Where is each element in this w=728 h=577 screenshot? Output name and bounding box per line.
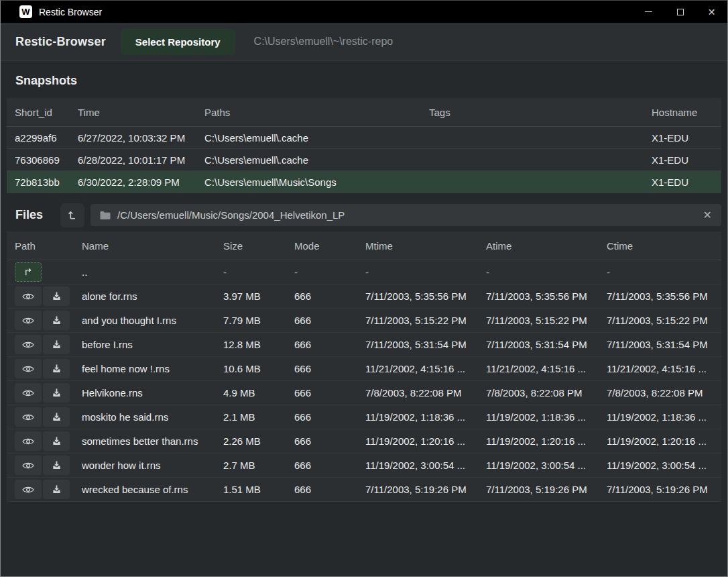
files-table: Path Name Size Mode Mtime Atime Ctime [7, 231, 721, 502]
column-header-atime: Atime [486, 240, 607, 252]
clear-path-button[interactable]: ✕ [703, 210, 712, 221]
file-mtime: 11/21/2002, 4:15:16 ... [365, 363, 486, 374]
restore-file-button[interactable] [43, 383, 70, 403]
eye-icon [22, 292, 34, 301]
file-atime: 7/11/2003, 5:15:22 PM [486, 315, 607, 326]
snapshots-table-body: a2299af6 6/27/2022, 10:03:32 PM C:\Users… [7, 127, 721, 193]
up-one-level-button[interactable] [60, 203, 84, 227]
file-mtime: 7/11/2003, 5:15:22 PM [365, 315, 486, 326]
app-logo-icon: W [19, 5, 32, 18]
file-mtime: 11/19/2002, 1:18:36 ... [365, 411, 486, 423]
files-section-title: Files [15, 208, 43, 222]
column-header-tags: Tags [421, 107, 644, 118]
file-name: wonder how it.rns [82, 460, 223, 471]
titlebar: W Restic Browser ✕ [1, 1, 727, 23]
column-header-size: Size [223, 240, 294, 252]
file-row: Helvikone.rns 4.9 MB 666 7/8/2003, 8:22:… [7, 381, 721, 405]
preview-file-button[interactable] [15, 359, 42, 378]
preview-file-button[interactable] [15, 311, 42, 330]
file-name: alone for.rns [82, 291, 223, 302]
path-breadcrumb[interactable]: /C/Users/emuell/Music/Songs/2004_Helveti… [90, 204, 721, 226]
file-row: wrecked because of.rns 1.51 MB 666 7/11/… [7, 478, 721, 502]
app-header: Restic-Browser Select Repository C:\User… [1, 23, 727, 61]
file-row: sometimes better than.rns 2.26 MB 666 11… [7, 429, 721, 454]
select-repository-button[interactable]: Select Repository [121, 29, 235, 55]
restore-file-button[interactable] [43, 311, 70, 330]
file-mtime: 11/19/2002, 1:20:16 ... [365, 435, 486, 447]
files-bar: Files /C/Users/emuell/Music/Songs/2004_H… [7, 199, 721, 231]
restore-file-button[interactable] [43, 286, 70, 306]
files-table-header: Path Name Size Mode Mtime Atime Ctime [7, 231, 721, 260]
file-size: 2.26 MB [223, 435, 294, 447]
file-mtime: 7/8/2003, 8:22:08 PM [365, 387, 486, 399]
current-path: /C/Users/emuell/Music/Songs/2004_Helveti… [117, 209, 703, 221]
close-button[interactable]: ✕ [696, 1, 727, 23]
file-row: and you thought I.rns 7.79 MB 666 7/11/2… [7, 309, 721, 333]
preview-file-button[interactable] [15, 383, 42, 403]
file-name: Helvikone.rns [82, 387, 223, 399]
restore-file-button[interactable] [43, 431, 70, 451]
minimize-button[interactable] [633, 1, 664, 23]
preview-file-button[interactable] [15, 480, 42, 499]
snapshot-row[interactable]: 76306869 6/28/2022, 10:01:17 PM C:\Users… [7, 149, 721, 171]
restore-file-button[interactable] [43, 480, 70, 499]
file-row: alone for.rns 3.97 MB 666 7/11/2003, 5:3… [7, 284, 721, 309]
snapshot-time: 6/27/2022, 10:03:32 PM [70, 132, 196, 144]
file-size: 12.8 MB [223, 339, 294, 350]
up-level-icon [67, 209, 78, 221]
parent-row-size: - [223, 266, 294, 278]
restore-file-button[interactable] [43, 456, 70, 475]
snapshot-hostname: X1-EDU [644, 132, 721, 144]
file-size: 7.79 MB [223, 315, 294, 326]
parent-directory-row: .. - - - - - [7, 260, 721, 284]
snapshot-hostname: X1-EDU [644, 154, 721, 166]
eye-icon [22, 364, 34, 374]
file-mtime: 7/11/2003, 5:31:54 PM [365, 339, 486, 350]
parent-row-atime: - [486, 266, 607, 278]
maximize-button[interactable] [664, 1, 696, 23]
folder-icon [100, 211, 111, 220]
column-header-name: Name [82, 240, 223, 252]
preview-file-button[interactable] [15, 335, 42, 354]
restore-file-button[interactable] [43, 335, 70, 354]
snapshot-short-id: 72b813bb [7, 176, 70, 188]
go-to-parent-button[interactable] [15, 262, 42, 282]
file-size: 2.1 MB [223, 411, 294, 423]
snapshot-row[interactable]: a2299af6 6/27/2022, 10:03:32 PM C:\Users… [7, 127, 721, 149]
file-ctime: 11/19/2002, 1:20:16 ... [607, 435, 721, 447]
download-icon [52, 339, 62, 350]
file-mode: 666 [294, 315, 365, 326]
file-atime: 7/11/2003, 5:31:54 PM [486, 339, 607, 350]
file-name: wrecked because of.rns [82, 484, 223, 495]
preview-file-button[interactable] [15, 456, 42, 475]
file-atime: 11/21/2002, 4:15:16 ... [486, 363, 607, 374]
file-mode: 666 [294, 291, 365, 302]
eye-icon [22, 485, 34, 494]
window-title: Restic Browser [39, 7, 102, 17]
file-mode: 666 [294, 484, 365, 495]
file-atime: 7/11/2003, 5:19:26 PM [486, 484, 607, 495]
restore-file-button[interactable] [43, 359, 70, 378]
download-icon [52, 315, 62, 325]
snapshots-table-header: Short_id Time Paths Tags Hostname [7, 98, 721, 127]
parent-row-ctime: - [607, 266, 721, 278]
file-row: feel home now !.rns 10.6 MB 666 11/21/20… [7, 357, 721, 381]
preview-file-button[interactable] [15, 407, 42, 427]
close-icon: ✕ [708, 7, 716, 17]
file-name: and you thought I.rns [82, 315, 223, 326]
restore-file-button[interactable] [43, 407, 70, 427]
column-header-short-id: Short_id [7, 107, 70, 118]
snapshot-row[interactable]: 72b813bb 6/30/2022, 2:28:09 PM C:\Users\… [7, 171, 721, 193]
column-header-hostname: Hostname [644, 107, 721, 118]
column-header-time: Time [70, 107, 196, 118]
file-atime: 11/19/2002, 3:00:54 ... [486, 460, 607, 471]
snapshot-hostname: X1-EDU [644, 176, 721, 188]
up-right-arrow-icon [23, 267, 34, 277]
preview-file-button[interactable] [15, 431, 42, 451]
snapshot-time: 6/30/2022, 2:28:09 PM [70, 176, 196, 188]
preview-file-button[interactable] [15, 286, 42, 306]
file-size: 4.9 MB [223, 387, 294, 399]
column-header-paths: Paths [196, 107, 421, 118]
file-ctime: 11/21/2002, 4:15:16 ... [607, 363, 721, 374]
download-icon [52, 388, 62, 398]
